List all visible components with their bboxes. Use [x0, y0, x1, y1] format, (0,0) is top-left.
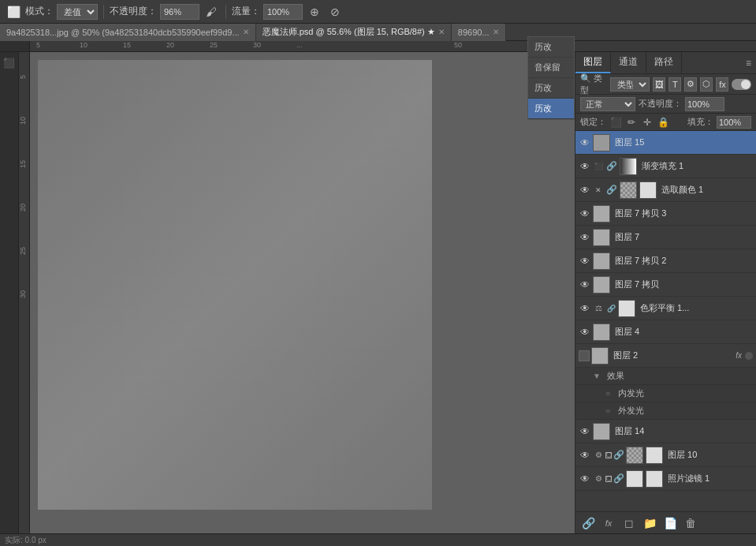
context-item-2[interactable]: 音保留 — [528, 58, 574, 78]
context-item-3[interactable]: 历改 — [528, 78, 574, 99]
filter-smart-btn[interactable]: ⬡ — [700, 77, 713, 92]
layer-row-colorbal[interactable]: 👁 ⚖ 🔗 色彩平衡 1... — [575, 297, 756, 320]
flow-input[interactable] — [263, 4, 303, 20]
layer-name-4: 图层 4 — [615, 326, 753, 338]
thumb-7c1 — [593, 276, 610, 294]
layer-row-7c2[interactable]: 👁 图层 7 拷贝 2 — [575, 249, 756, 273]
filter-text-btn[interactable]: T — [668, 77, 681, 92]
tab-channels[interactable]: 通道 — [611, 52, 646, 73]
eye-icon-10[interactable]: 👁 — [579, 449, 591, 462]
tab-extra-label: 89690... — [458, 28, 490, 37]
context-item-4[interactable]: 历改 — [528, 99, 574, 119]
tab-psd-close[interactable]: ✕ — [438, 28, 445, 36]
layer-row-15[interactable]: 👁 图层 15 — [575, 131, 756, 155]
inner-glow-name: 内发光 — [618, 387, 753, 399]
fill-input[interactable] — [717, 116, 751, 129]
eye-outer-glow: 👁 — [591, 405, 604, 417]
thumb-selective — [620, 181, 637, 199]
status-bar: 实际: 0.0 px — [0, 533, 756, 546]
layer-row-7[interactable]: 👁 图层 7 — [575, 226, 756, 249]
tool-move[interactable]: ⬛ — [2, 55, 17, 71]
lock-label: 锁定： — [580, 116, 606, 128]
layer-row-2[interactable]: 图层 2 fx — [575, 344, 756, 368]
panel-menu-button[interactable]: ≡ — [741, 54, 756, 72]
eye-icon-4[interactable]: 👁 — [579, 326, 591, 338]
filter-toggle[interactable] — [732, 79, 751, 90]
mask-photo — [646, 470, 663, 488]
mask-selective — [639, 181, 657, 199]
effect-row-outer-glow: 👁 ○ 外发光 — [575, 402, 756, 420]
tab-extra[interactable]: 89690... ✕ — [452, 24, 506, 41]
blend-mode-select[interactable]: 正常 — [580, 97, 635, 111]
layer-row-14[interactable]: 👁 图层 14 — [575, 420, 756, 443]
special-icon-photo: ⚙ — [593, 473, 604, 484]
tab-layers[interactable]: 图层 — [575, 52, 611, 73]
layer-name-7c1: 图层 7 拷贝 — [615, 279, 753, 290]
eye-icon-colorbal[interactable]: 👁 — [579, 302, 591, 315]
link-photo: ⬡ — [605, 476, 612, 482]
layer-row-7c3[interactable]: 👁 图层 7 拷贝 3 — [575, 202, 756, 226]
filter-pixel-btn[interactable]: 🖼 — [653, 77, 665, 92]
mask-btn[interactable]: ◻ — [621, 515, 637, 531]
canvas-area — [30, 52, 575, 533]
layer-bottom-bar: 🔗 fx ◻ 📁 📄 🗑 — [575, 511, 756, 533]
lock-transparent-btn[interactable]: ⬛ — [609, 116, 622, 129]
flow-icon: ⊕ — [306, 3, 323, 21]
eye-icon-selective[interactable]: 👁 — [579, 184, 591, 196]
thumb-photo — [626, 470, 643, 488]
mode-select[interactable]: 差值 — [57, 4, 98, 20]
ruler-horizontal: 5 10 15 20 25 30 ... 50 — [36, 41, 497, 51]
special-icon-colorbal: ⚖ — [593, 303, 604, 314]
eye-effect: 👁 — [579, 370, 591, 383]
tab-jpg[interactable]: 9a4825318...jpg @ 50% (9a482531840dcb535… — [0, 24, 256, 41]
toolbar-mode-icon: ⬜ — [5, 3, 22, 21]
layer-name-10: 图层 10 — [668, 449, 753, 461]
fx-btn[interactable]: fx — [601, 515, 616, 531]
opacity-input[interactable]: 96% — [160, 4, 199, 20]
tab-jpg-close[interactable]: ✕ — [243, 28, 249, 36]
lock-move-btn[interactable]: ✛ — [641, 116, 654, 129]
eye-icon-7[interactable]: 👁 — [579, 231, 591, 244]
tab-extra-close[interactable]: ✕ — [493, 28, 499, 36]
lock-pixels-btn[interactable]: ✏ — [625, 116, 638, 129]
effect-row-inner-glow: 👁 ○ 内发光 — [575, 385, 756, 402]
opacity-blend-input[interactable] — [685, 97, 724, 111]
eye-icon-15[interactable]: 👁 — [579, 136, 591, 149]
group-btn[interactable]: 📁 — [642, 515, 657, 531]
delete-layer-btn[interactable]: 🗑 — [683, 515, 698, 531]
check-2 — [579, 350, 590, 361]
tab-psd[interactable]: 恶魔法师.psd @ 55.6% (图层 15, RGB/8#) ★ ✕ — [256, 24, 452, 41]
effect-name: 效果 — [607, 370, 753, 382]
eye-icon-7c2[interactable]: 👁 — [579, 255, 591, 267]
fx-toggle-2[interactable] — [745, 352, 753, 360]
layer-row-7c1[interactable]: 👁 图层 7 拷贝 — [575, 273, 756, 297]
effect-collapse[interactable]: ▼ — [593, 372, 602, 380]
filter-adj-btn[interactable]: fx — [716, 77, 728, 92]
layer-name-15: 图层 15 — [615, 136, 753, 148]
thumb-7c2 — [593, 252, 610, 270]
eye-icon-grad[interactable]: 👁 — [579, 160, 591, 173]
filter-type-select[interactable]: 类型 — [610, 77, 650, 92]
new-layer-btn[interactable]: 📄 — [662, 515, 678, 531]
divider-1 — [103, 5, 104, 19]
layer-name-7: 图层 7 — [615, 231, 753, 243]
context-item-1[interactable]: 历改 — [528, 37, 574, 58]
layer-row-4[interactable]: 👁 图层 4 — [575, 320, 756, 344]
layer-row-grad[interactable]: 👁 ⬛ 🔗 渐变填充 1 — [575, 155, 756, 178]
eye-icon-14[interactable]: 👁 — [579, 425, 591, 438]
thumb-4 — [593, 323, 610, 341]
layer-row-selective[interactable]: 👁 ✕ 🔗 选取颜色 1 — [575, 178, 756, 202]
filter-shape-btn[interactable]: ⚙ — [684, 77, 697, 92]
eye-icon-photo[interactable]: 👁 — [579, 473, 591, 485]
layer-row-10[interactable]: 👁 ⚙ ⬡ 🔗 图层 10 — [575, 443, 756, 467]
layer-name-7c2: 图层 7 拷贝 2 — [615, 255, 753, 267]
filter-type-label: 🔍 类型 — [580, 73, 607, 96]
link-layers-btn[interactable]: 🔗 — [580, 515, 596, 531]
lock-all-btn[interactable]: 🔒 — [657, 116, 669, 129]
layer-row-photo-filter[interactable]: 👁 ⚙ ⬡ 🔗 照片滤镜 1 — [575, 467, 756, 491]
tab-paths[interactable]: 路径 — [646, 52, 682, 73]
eye-icon-7c1[interactable]: 👁 — [579, 279, 591, 291]
link-icon-grad: 🔗 — [606, 161, 617, 171]
eye-icon-7c3[interactable]: 👁 — [579, 208, 591, 220]
main-area: ⬛ 5 10 15 20 25 30 图层 通道 路径 — [0, 52, 756, 533]
